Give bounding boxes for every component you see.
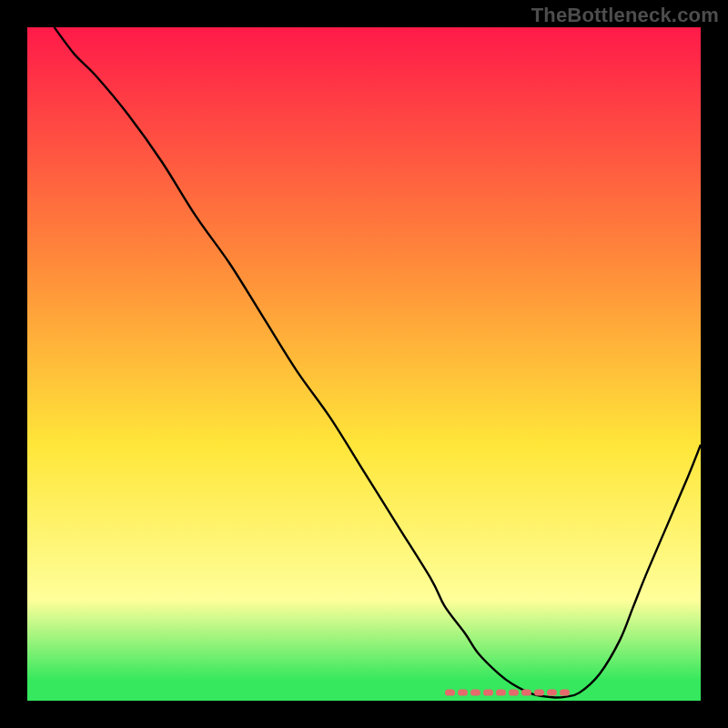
bottleneck-curve — [55, 27, 701, 698]
watermark-text: TheBottleneck.com — [531, 4, 719, 27]
plot-area — [27, 27, 701, 701]
curve-overlay — [27, 27, 701, 701]
chart-frame: TheBottleneck.com — [0, 0, 728, 728]
